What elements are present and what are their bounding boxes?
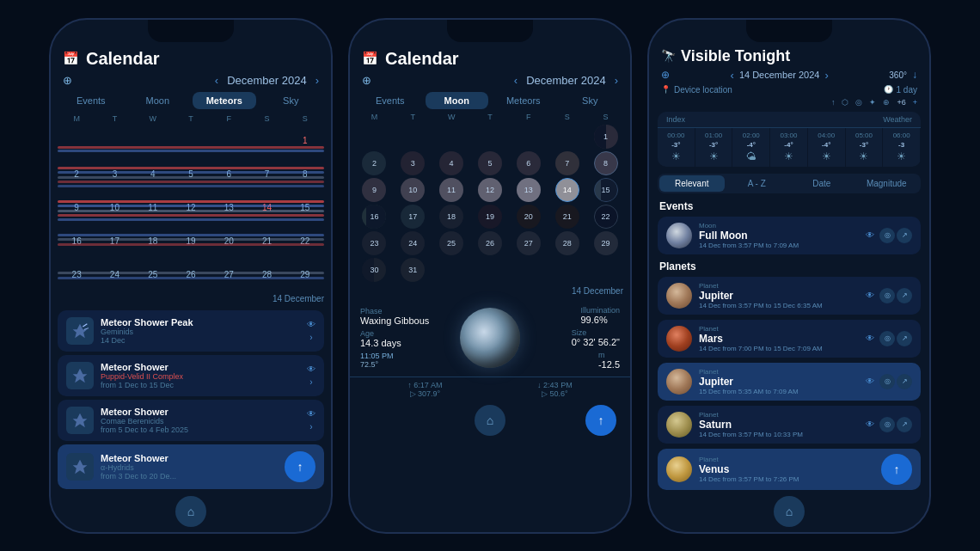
moon-day-19[interactable]: 19: [471, 205, 510, 229]
jupiter-item-1[interactable]: Planet Jupiter 14 Dec from 3:57 PM to 15…: [658, 277, 921, 315]
moon-day-27[interactable]: 27: [509, 231, 548, 255]
moon-day-29[interactable]: 29: [586, 231, 625, 255]
download-icon[interactable]: ↓: [912, 69, 917, 81]
tab-events-1[interactable]: Events: [59, 92, 123, 109]
tab-sky-2[interactable]: Sky: [559, 92, 622, 109]
tab-meteors-2[interactable]: Meteors: [492, 92, 555, 109]
saturn-item[interactable]: Planet Saturn 14 Dec from 3:57 PM to 10:…: [658, 406, 921, 444]
moon-day-8[interactable]: 8: [586, 151, 625, 175]
moon-day-21[interactable]: 21: [548, 205, 586, 229]
tab-moon-1[interactable]: Moon: [126, 92, 190, 109]
moon-day-23[interactable]: 23: [355, 231, 394, 255]
next-day-btn[interactable]: ›: [824, 69, 828, 82]
moon-day-18[interactable]: 18: [432, 205, 471, 229]
prev-month-2[interactable]: ‹: [514, 74, 518, 87]
saturn-nav-btn-b[interactable]: ↗: [897, 417, 912, 432]
day-29[interactable]: 29: [286, 259, 324, 291]
day-24[interactable]: 24: [95, 259, 133, 291]
moon-day-6[interactable]: 6: [509, 151, 548, 175]
jupiter-item-2[interactable]: Planet Jupiter 15 Dec from 5:35 AM to 7:…: [658, 363, 921, 401]
saturn-eye[interactable]: 👁: [866, 419, 874, 429]
next-month-1[interactable]: ›: [315, 74, 319, 87]
home-button-2[interactable]: ⌂: [475, 405, 505, 436]
jupiter-nav-btn-2a[interactable]: ◎: [879, 374, 895, 389]
moon-day-7[interactable]: 7: [548, 151, 586, 175]
mars-item[interactable]: Planet Mars 14 Dec from 7:00 PM to 15 De…: [658, 320, 921, 358]
toolbar-btn-1[interactable]: ↑: [831, 98, 836, 107]
moon-day-20[interactable]: 20: [509, 205, 548, 229]
jupiter-eye-2[interactable]: 👁: [866, 377, 874, 386]
moon-nav-btn-1[interactable]: ◎: [879, 228, 895, 243]
prev-day-btn[interactable]: ‹: [731, 69, 734, 82]
vt-share-button[interactable]: ↑: [881, 454, 912, 485]
moon-day-30[interactable]: 30: [355, 258, 394, 282]
toolbar-btn-3[interactable]: ◎: [855, 98, 862, 107]
home-button-1[interactable]: ⌂: [175, 496, 206, 527]
event-item-4[interactable]: Meteor Shower α-Hydrids from 3 Dec to 20…: [58, 444, 324, 489]
moon-eye-icon[interactable]: 👁: [866, 230, 874, 240]
event-item-2[interactable]: Meteor Shower Puppid-Velid II Complex fr…: [58, 355, 324, 396]
share-button-1[interactable]: ↑: [285, 451, 315, 482]
moon-day-17[interactable]: 17: [394, 205, 432, 229]
day-22[interactable]: 22: [286, 225, 324, 258]
moon-day-12[interactable]: 12: [471, 178, 510, 202]
moon-day-5[interactable]: 5: [471, 151, 510, 175]
day-26[interactable]: 26: [172, 259, 210, 291]
event-item-1[interactable]: Meteor Shower Peak Geminids 14 Dec 👁 ›: [58, 310, 324, 352]
jupiter-eye-1[interactable]: 👁: [866, 291, 874, 300]
sort-tab-magnitude[interactable]: Magnitude: [854, 175, 920, 192]
share-button-2[interactable]: ↑: [585, 405, 616, 436]
moon-day-16[interactable]: 16: [355, 205, 394, 229]
day-18[interactable]: 18: [134, 225, 172, 258]
day-27[interactable]: 27: [210, 259, 248, 291]
crosshair-icon-3[interactable]: ⊕: [661, 69, 670, 81]
tab-meteors-1[interactable]: Meteors: [193, 92, 256, 109]
toolbar-btn-6[interactable]: +: [913, 98, 917, 107]
sort-tab-relevant[interactable]: Relevant: [659, 175, 725, 192]
day-28[interactable]: 28: [248, 259, 285, 291]
home-button-3[interactable]: ⌂: [774, 496, 805, 527]
moon-day-10[interactable]: 10: [394, 178, 432, 202]
eye-icon-3[interactable]: 👁: [307, 409, 315, 419]
toolbar-btn-2[interactable]: ⬡: [842, 98, 848, 107]
jupiter-nav-btn-1b[interactable]: ↗: [897, 288, 912, 303]
toolbar-btn-5[interactable]: ⊕: [883, 98, 890, 107]
day-25[interactable]: 25: [134, 259, 172, 291]
moon-day-28[interactable]: 28: [548, 231, 586, 255]
moon-nav-btn-2[interactable]: ↗: [897, 228, 912, 243]
moon-day-11[interactable]: 11: [432, 178, 471, 202]
moon-day-22[interactable]: 22: [586, 205, 625, 229]
day-17[interactable]: 17: [95, 225, 133, 258]
moon-day-2[interactable]: 2: [355, 151, 394, 175]
mars-nav-btn-a[interactable]: ◎: [879, 331, 895, 346]
tab-moon-2[interactable]: Moon: [426, 92, 489, 109]
tab-events-2[interactable]: Events: [358, 92, 422, 109]
jupiter-nav-btn-1a[interactable]: ◎: [879, 288, 895, 303]
day-21[interactable]: 21: [248, 225, 285, 258]
tab-sky-1[interactable]: Sky: [260, 92, 323, 109]
moon-day-24[interactable]: 24: [394, 231, 432, 255]
sort-tab-az[interactable]: A - Z: [725, 175, 790, 192]
day-19[interactable]: 19: [172, 225, 210, 258]
moon-day-1[interactable]: 1: [586, 125, 625, 149]
eye-icon-2[interactable]: 👁: [307, 364, 315, 374]
moon-day-31[interactable]: 31: [394, 258, 432, 282]
mars-nav-btn-b[interactable]: ↗: [897, 331, 912, 346]
moon-day-3[interactable]: 3: [394, 151, 432, 175]
sort-tab-date[interactable]: Date: [789, 175, 854, 192]
day-23[interactable]: 23: [58, 259, 95, 291]
moon-day-14[interactable]: 14: [548, 178, 586, 202]
eye-icon-1[interactable]: 👁: [307, 320, 315, 329]
full-moon-item[interactable]: Moon Full Moon 14 Dec from 3:57 PM to 7:…: [658, 217, 921, 254]
moon-day-26[interactable]: 26: [471, 231, 510, 255]
event-item-3[interactable]: Meteor Shower Comae Berenicids from 5 De…: [58, 400, 324, 441]
day-20[interactable]: 20: [210, 225, 248, 258]
prev-month-1[interactable]: ‹: [215, 74, 218, 87]
moon-day-25[interactable]: 25: [432, 231, 471, 255]
moon-day-15[interactable]: 15: [586, 178, 625, 202]
moon-day-4[interactable]: 4: [432, 151, 471, 175]
toolbar-btn-4[interactable]: ✦: [869, 98, 876, 107]
next-month-2[interactable]: ›: [615, 74, 618, 87]
mars-eye[interactable]: 👁: [866, 334, 874, 343]
moon-day-9[interactable]: 9: [355, 178, 394, 202]
